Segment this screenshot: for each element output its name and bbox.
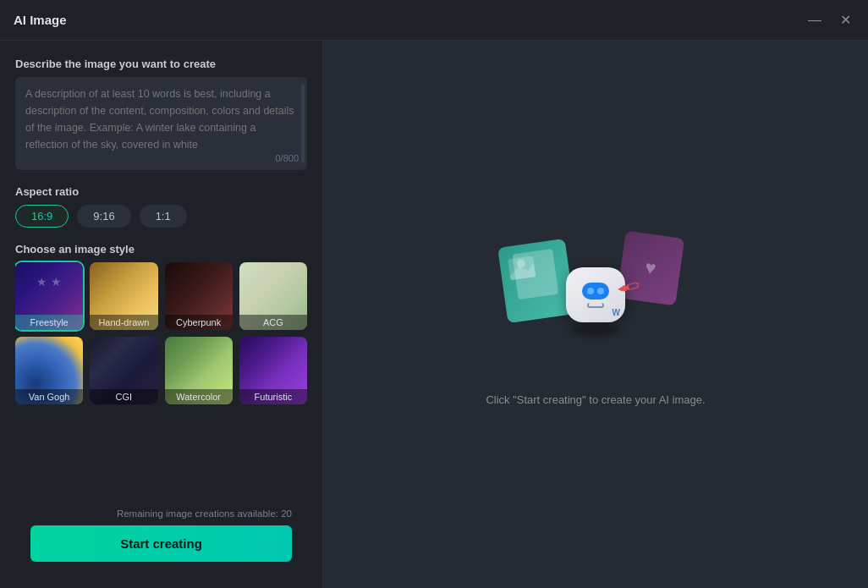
aspect-btn-1-1[interactable]: 1:1 [140, 205, 187, 228]
style-handdrawn-label: Hand-drawn [90, 315, 157, 330]
prompt-input[interactable] [25, 85, 297, 153]
aspect-ratio-label: Aspect ratio [15, 185, 307, 198]
style-item-watercolor[interactable]: Watercolor [165, 337, 233, 404]
style-watercolor-label: Watercolor [165, 389, 233, 404]
prompt-label: Describe the image you want to create [15, 58, 307, 70]
minimize-button[interactable]: — [805, 10, 825, 30]
window-title-area: AI Image [14, 13, 67, 27]
scrollbar-track [301, 84, 305, 163]
char-count: 0/800 [275, 153, 299, 163]
style-futuristic-label: Futuristic [239, 389, 307, 404]
aspect-ratio-section: Aspect ratio 16:9 9:16 1:1 [15, 185, 307, 228]
left-panel-content: Describe the image you want to create 0/… [15, 58, 307, 485]
style-section: Choose an image style Freestyle Hand-dra… [15, 243, 307, 404]
aspect-btn-16-9[interactable]: 16:9 [15, 205, 69, 228]
robot-body: W 🖌 [566, 267, 625, 336]
aspect-btn-9-16[interactable]: 9:16 [77, 205, 130, 228]
main-layout: Describe the image you want to create 0/… [0, 41, 868, 588]
aspect-ratio-buttons: 16:9 9:16 1:1 [15, 205, 307, 228]
style-item-acg[interactable]: ACG [239, 262, 307, 330]
prompt-section: Describe the image you want to create 0/… [15, 58, 307, 170]
style-item-cgi[interactable]: CGI [90, 337, 157, 404]
style-item-freestyle[interactable]: Freestyle [15, 262, 83, 330]
robot-eye [582, 283, 609, 299]
style-freestyle-label: Freestyle [15, 315, 83, 330]
remaining-text: Remaining image creations available: 20 [30, 508, 292, 519]
robot-shadow [570, 326, 621, 336]
start-creating-button[interactable]: Start creating [30, 525, 292, 562]
left-panel: Describe the image you want to create 0/… [0, 41, 323, 588]
prompt-textarea-wrapper: 0/800 [15, 77, 307, 170]
right-panel: W 🖌 Click "Start creating" to create you… [323, 41, 868, 588]
style-label: Choose an image style [15, 243, 307, 256]
style-item-futuristic[interactable]: Futuristic [239, 337, 307, 404]
robot-mouth [587, 303, 604, 308]
illustration-card-left [497, 238, 575, 322]
robot-logo: W [613, 308, 620, 317]
style-item-cyberpunk[interactable]: Cyberpunk [165, 262, 233, 330]
close-button[interactable]: ✕ [837, 10, 854, 30]
style-cgi-label: CGI [90, 389, 157, 404]
style-item-vangogh[interactable]: Van Gogh [15, 337, 83, 404]
window-title: AI Image [14, 13, 67, 27]
svg-rect-0 [497, 238, 575, 322]
style-grid: Freestyle Hand-drawn Cyberpunk ACG [15, 262, 307, 404]
robot-head: W 🖌 [566, 267, 625, 322]
footer: Remaining image creations available: 20 … [15, 500, 307, 574]
hint-text: Click "Start creating" to create your AI… [486, 393, 705, 406]
window-controls: — ✕ [805, 10, 854, 30]
style-item-handdrawn[interactable]: Hand-drawn [90, 262, 157, 330]
ai-illustration: W 🖌 [503, 226, 689, 378]
style-cyberpunk-label: Cyberpunk [165, 315, 233, 330]
style-acg-label: ACG [239, 315, 307, 330]
title-bar: AI Image — ✕ [0, 0, 868, 41]
style-vangogh-label: Van Gogh [15, 389, 83, 404]
